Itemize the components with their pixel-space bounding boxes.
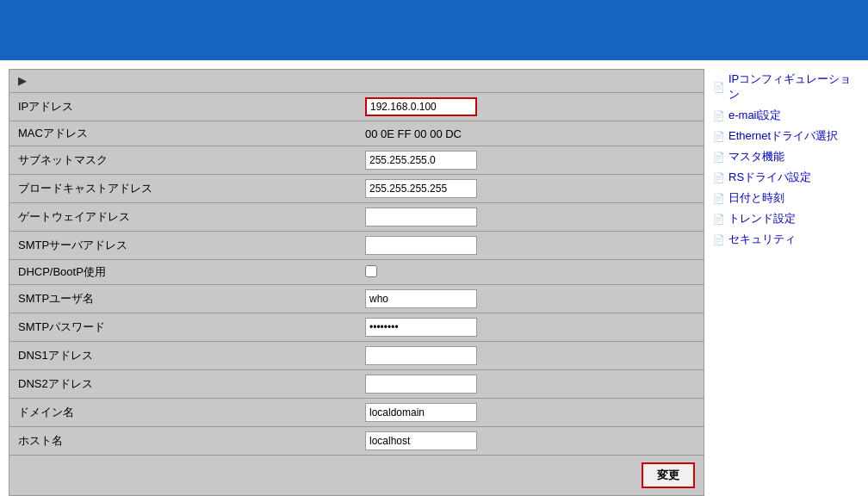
header-right <box>834 22 868 39</box>
form-value[interactable] <box>356 285 704 313</box>
document-icon: 📄 <box>713 172 725 183</box>
form-value[interactable] <box>356 427 704 456</box>
form-row: DNS1アドレス <box>9 342 704 370</box>
form-row: SMTPパスワード <box>9 313 704 342</box>
sidebar-link-label: e-mail設定 <box>728 108 781 123</box>
document-icon: 📄 <box>713 234 725 245</box>
sidebar-link[interactable]: 📄マスタ機能 <box>713 146 859 167</box>
text-input[interactable] <box>365 208 477 226</box>
logo-area <box>0 22 834 38</box>
document-icon: 📄 <box>713 152 725 163</box>
form-value[interactable] <box>356 146 704 175</box>
document-icon: 📄 <box>713 110 725 121</box>
form-label: DNS1アドレス <box>9 342 356 370</box>
form-label: SMTPパスワード <box>9 313 356 342</box>
left-panel: ▶ IPアドレスMACアドレス00 0E FF 00 00 DCサブネットマスク… <box>9 69 704 496</box>
text-input[interactable] <box>365 289 477 308</box>
text-input[interactable] <box>365 151 477 170</box>
form-row: ゲートウェイアドレス <box>9 203 704 232</box>
text-input[interactable] <box>365 403 477 422</box>
form-value[interactable] <box>356 232 704 260</box>
text-input[interactable] <box>365 431 477 450</box>
right-sidebar: 📄IPコンフィギュレーション📄e-mail設定📄Ethernetドライバ選択📄マ… <box>713 69 859 496</box>
form-label: サブネットマスク <box>9 146 356 175</box>
panel-title: ▶ <box>9 70 704 93</box>
sidebar-link[interactable]: 📄セキュリティ <box>713 229 859 250</box>
header <box>0 0 868 60</box>
form-value[interactable] <box>356 370 704 399</box>
sidebar-link-label: マスタ機能 <box>728 149 784 164</box>
form-row: ホスト名 <box>9 427 704 456</box>
form-row: DHCP/BootP使用 <box>9 260 704 285</box>
form-row: ドメイン名 <box>9 399 704 427</box>
sidebar-link-label: IPコンフィギュレーション <box>728 71 859 102</box>
form-value[interactable] <box>356 93 704 121</box>
document-icon: 📄 <box>713 131 725 142</box>
sidebar-link-label: Ethernetドライバ選択 <box>728 128 838 144</box>
form-row: ブロードキャストアドレス <box>9 175 704 203</box>
main-container: ▶ IPアドレスMACアドレス00 0E FF 00 00 DCサブネットマスク… <box>0 60 868 496</box>
form-row: SMTPユーザ名 <box>9 285 704 313</box>
sidebar-link-label: トレンド設定 <box>728 211 796 226</box>
sidebar-link-label: セキュリティ <box>728 232 796 247</box>
document-icon: 📄 <box>713 193 725 204</box>
text-input[interactable] <box>365 346 477 365</box>
form-value: 00 0E FF 00 00 DC <box>356 121 704 146</box>
sidebar-link-label: RSドライバ設定 <box>728 170 811 185</box>
submit-button[interactable]: 変更 <box>642 462 695 488</box>
form-row: サブネットマスク <box>9 146 704 175</box>
text-input[interactable] <box>365 375 477 394</box>
form-label: ブロードキャストアドレス <box>9 175 356 203</box>
form-row: IPアドレス <box>9 93 704 121</box>
form-value[interactable] <box>356 313 704 342</box>
form-label: DHCP/BootP使用 <box>9 260 356 285</box>
form-value[interactable] <box>356 342 704 370</box>
form-label: IPアドレス <box>9 93 356 121</box>
form-row: MACアドレス00 0E FF 00 00 DC <box>9 121 704 146</box>
panel-title-arrow: ▶ <box>18 75 26 87</box>
form-label: ドメイン名 <box>9 399 356 427</box>
form-label: ホスト名 <box>9 427 356 456</box>
form-value[interactable] <box>356 203 704 232</box>
password-input[interactable] <box>365 318 477 337</box>
form-label: ゲートウェイアドレス <box>9 203 356 232</box>
document-icon: 📄 <box>713 82 725 93</box>
sidebar-link[interactable]: 📄IPコンフィギュレーション <box>713 69 859 105</box>
text-input[interactable] <box>365 236 477 255</box>
form-value[interactable] <box>356 399 704 427</box>
text-input[interactable] <box>365 97 477 116</box>
form-value[interactable] <box>356 175 704 203</box>
submit-cell: 変更 <box>9 456 704 496</box>
document-icon: 📄 <box>713 214 725 225</box>
form-label: SMTPサーバアドレス <box>9 232 356 260</box>
form-label: SMTPユーザ名 <box>9 285 356 313</box>
sidebar-link[interactable]: 📄e-mail設定 <box>713 105 859 126</box>
sidebar-link[interactable]: 📄Ethernetドライバ選択 <box>713 126 859 146</box>
form-row: SMTPサーバアドレス <box>9 232 704 260</box>
form-label: MACアドレス <box>9 121 356 146</box>
sidebar-link-label: 日付と時刻 <box>728 190 784 206</box>
form-label: DNS2アドレス <box>9 370 356 399</box>
form-row: DNS2アドレス <box>9 370 704 399</box>
form-table: IPアドレスMACアドレス00 0E FF 00 00 DCサブネットマスクブロ… <box>9 93 704 496</box>
sidebar-link[interactable]: 📄日付と時刻 <box>713 188 859 208</box>
text-input[interactable] <box>365 179 477 198</box>
submit-row: 変更 <box>9 456 704 496</box>
dhcp-checkbox[interactable] <box>365 265 377 277</box>
sidebar-link[interactable]: 📄RSドライバ設定 <box>713 167 859 188</box>
form-value[interactable] <box>356 260 704 285</box>
sidebar-link[interactable]: 📄トレンド設定 <box>713 208 859 229</box>
